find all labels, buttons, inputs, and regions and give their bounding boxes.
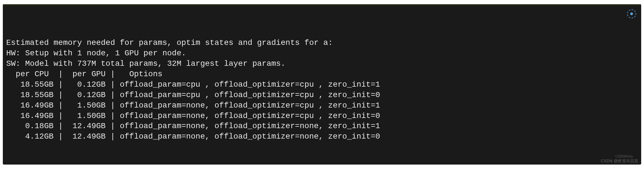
header-per-cpu: per CPU (6, 70, 58, 78)
watermark-bottom: CSDN @舒克与贝克 (601, 158, 638, 163)
table-row: 16.49GB | 1.50GB | offload_param=none, o… (6, 101, 380, 110)
sw-text: SW: Model with 737M total params, 32M la… (6, 59, 285, 68)
header-options: Options (115, 70, 163, 78)
hw-text: HW: Setup with 1 node, 1 GPU per node. (6, 49, 186, 58)
top-strip (3, 4, 641, 6)
table-row: 16.49GB | 1.50GB | offload_param=none, o… (6, 111, 380, 120)
table-row: 4.12GB | 12.49GB | offload_param=none, o… (6, 132, 380, 141)
table-row: 18.55GB | 0.12GB | offload_param=cpu , o… (6, 91, 380, 99)
header-per-gpu: per GPU (63, 70, 110, 78)
intro-text: Estimated memory needed for params, opti… (6, 38, 333, 47)
table-header: per CPU | per GPU | Options (6, 70, 163, 78)
terminal-output: Estimated memory needed for params, opti… (3, 4, 641, 165)
table-row: 0.18GB | 12.49GB | offload_param=none, o… (6, 122, 380, 130)
focus-icon[interactable] (627, 9, 636, 18)
table-row: 18.55GB | 0.12GB | offload_param=cpu , o… (6, 80, 380, 89)
